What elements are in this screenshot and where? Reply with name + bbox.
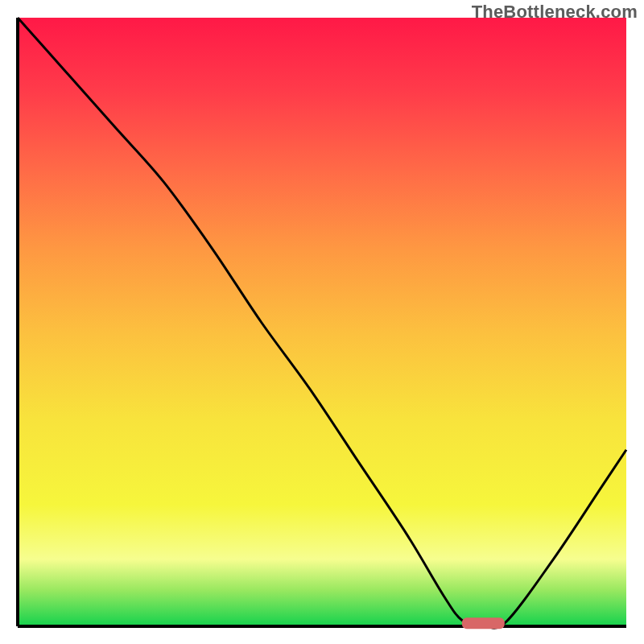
chart-svg bbox=[0, 0, 644, 644]
watermark-text: TheBottleneck.com bbox=[472, 2, 638, 23]
bottleneck-curve bbox=[18, 18, 626, 628]
chart-container: TheBottleneck.com bbox=[0, 0, 644, 644]
optimal-range-marker bbox=[462, 617, 505, 629]
